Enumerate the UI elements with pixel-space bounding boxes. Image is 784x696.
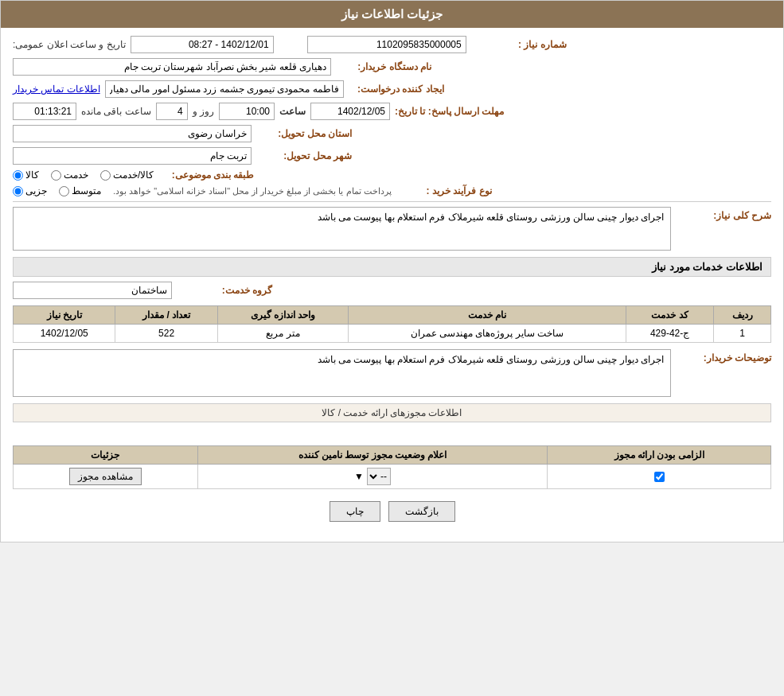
buyer-notes-area: اجرای دیوار چینی سالن ورزشی روستای قلعه …: [13, 349, 671, 397]
purchase-motavaset-label: متوسط: [72, 185, 101, 196]
col-qty: تعداد / مقدار: [115, 306, 217, 325]
purchase-motavaset-radio[interactable]: [59, 186, 69, 196]
col-name: نام خدمت: [349, 306, 626, 325]
category-khadamat-radio[interactable]: [51, 170, 61, 181]
buyer-notes-text: اجرای دیوار چینی سالن ورزشی روستای قلعه …: [318, 354, 664, 365]
category-kala-khadamat-label: کالا/خدمت: [113, 169, 154, 181]
city-input: [13, 147, 252, 165]
col-code: کد خدمت: [626, 306, 714, 325]
buyer-org-input: [13, 58, 331, 76]
need-number-input: [307, 36, 466, 53]
date-label: تاریخ و ساعت اعلان عمومی:: [13, 39, 126, 50]
permit-cell-status: -- ▼: [197, 465, 548, 489]
service-group-label: گروه خدمت:: [177, 285, 272, 296]
purchase-jozee-radio[interactable]: [13, 186, 23, 196]
province-input: [13, 125, 252, 142]
buyer-notes-label: توضیحات خریدار:: [676, 352, 771, 364]
permit-col-details: جزئیات: [14, 446, 198, 465]
buyer-org-label: نام دستگاه خریدار:: [336, 61, 431, 72]
permits-table: الزامی بودن ارائه مجوز اعلام وضعیت مجوز …: [13, 445, 771, 489]
time-input: [219, 103, 275, 120]
col-date: تاریخ نیاز: [14, 306, 115, 325]
print-button[interactable]: چاپ: [330, 501, 380, 522]
services-section-title: اطلاعات خدمات مورد نیاز: [13, 257, 771, 277]
category-kala-label: کالا: [25, 169, 39, 181]
category-kala-radio[interactable]: [13, 170, 23, 181]
services-table: ردیف کد خدمت نام خدمت واحد اندازه گیری ت…: [13, 305, 771, 343]
page-header: جزئیات اطلاعات نیاز: [1, 1, 783, 28]
purchase-type-radio-group: پرداخت تمام یا بخشی از مبلغ خریدار از مح…: [13, 185, 392, 196]
need-description-text: اجرای دیوار چینی سالن ورزشی روستای قلعه …: [318, 212, 664, 223]
view-permit-button[interactable]: مشاهده مجوز: [69, 468, 141, 485]
need-description-label: شرح کلی نیاز:: [676, 210, 771, 221]
permits-subtitle: اطلاعات مجوزهای ارائه خدمت / کالا: [13, 403, 771, 422]
cell-name: ساخت سایر پروژه‌های مهندسی عمران: [349, 325, 626, 343]
time-label: ساعت: [279, 106, 306, 117]
permit-cell-required: [548, 465, 771, 489]
permit-cell-details: مشاهده مجوز: [14, 465, 198, 489]
permit-col-status: اعلام وضعیت مجوز توسط نامین کننده: [197, 446, 548, 465]
purchase-type-label: نوع فرآیند خرید :: [396, 185, 492, 196]
requester-label: ایجاد کننده درخواست:: [349, 84, 444, 95]
cell-date: 1402/12/05: [14, 325, 115, 343]
remaining-label: ساعت باقی مانده: [81, 106, 151, 117]
permit-status-select[interactable]: --: [367, 468, 391, 485]
button-bar: بازگشت چاپ: [13, 501, 771, 522]
cell-code: ج-42-429: [626, 325, 714, 343]
cell-row: 1: [714, 325, 771, 343]
back-button[interactable]: بازگشت: [388, 501, 455, 522]
permit-required-checkbox[interactable]: [654, 472, 665, 482]
requester-link[interactable]: اطلاعات تماس خریدار: [13, 84, 100, 95]
category-kala-khadamat-radio[interactable]: [100, 170, 111, 181]
category-khadamat-label: خدمت: [64, 169, 88, 181]
days-label: روز و: [193, 106, 214, 117]
cell-unit: متر مربع: [217, 325, 348, 343]
col-unit: واحد اندازه گیری: [217, 306, 348, 325]
purchase-note: پرداخت تمام یا بخشی از مبلغ خریدار از مح…: [113, 186, 392, 196]
need-description-area: اجرای دیوار چینی سالن ورزشی روستای قلعه …: [13, 207, 671, 251]
chevron-down-icon: ▼: [354, 471, 364, 482]
deadline-date-input: [310, 103, 390, 120]
days-input: [156, 103, 188, 120]
table-row: 1 ج-42-429 ساخت سایر پروژه‌های مهندسی عم…: [14, 325, 771, 343]
date-input: [131, 36, 274, 53]
province-label: استان محل تحویل:: [256, 128, 352, 139]
deadline-label: مهلت ارسال پاسخ: تا تاریخ:: [395, 106, 504, 117]
table-row: -- ▼ مشاهده مجوز: [14, 465, 771, 489]
category-label: طبقه بندی موضوعی:: [158, 169, 254, 181]
services-table-section: ردیف کد خدمت نام خدمت واحد اندازه گیری ت…: [13, 305, 771, 343]
category-radio-group: کالا/خدمت خدمت کالا: [13, 169, 154, 181]
purchase-jozee-label: جزیی: [25, 185, 47, 196]
requester-input: [105, 80, 344, 98]
service-group-input: [13, 282, 172, 299]
permits-table-section: الزامی بودن ارائه مجوز اعلام وضعیت مجوز …: [13, 445, 771, 489]
remaining-input: [13, 103, 76, 120]
page-title: جزئیات اطلاعات نیاز: [341, 7, 443, 21]
cell-qty: 522: [115, 325, 217, 343]
need-number-label: شماره نیاز :: [471, 39, 567, 50]
col-row: ردیف: [714, 306, 771, 325]
city-label: شهر محل تحویل:: [256, 150, 352, 161]
permit-col-required: الزامی بودن ارائه مجوز: [548, 446, 771, 465]
